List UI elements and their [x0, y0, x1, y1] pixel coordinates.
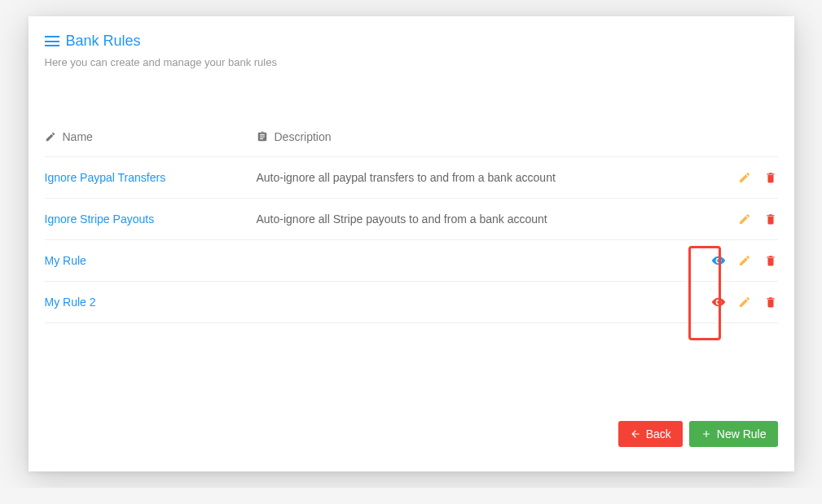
rule-name-link[interactable]: Ignore Paypal Transfers [45, 171, 257, 184]
rules-table: Name Description Ignore Paypal Transfers… [45, 117, 778, 323]
edit-icon[interactable] [737, 212, 752, 226]
bank-rules-card: Bank Rules Here you can create and manag… [29, 16, 794, 471]
page-header: Bank Rules [45, 33, 778, 50]
rule-description: Auto-ignore all paypal transfers to and … [257, 171, 680, 184]
edit-icon[interactable] [737, 295, 752, 309]
new-rule-button[interactable]: New Rule [689, 421, 778, 447]
rule-name-link[interactable]: My Rule [45, 254, 257, 267]
delete-icon[interactable] [763, 253, 778, 268]
column-description: Description [257, 130, 680, 143]
clipboard-icon [257, 131, 268, 142]
row-actions [680, 295, 778, 309]
row-actions [680, 212, 778, 226]
eye-icon[interactable] [711, 253, 726, 268]
rule-description: Auto-ignore all Stripe payouts to and fr… [257, 213, 680, 226]
table-header: Name Description [45, 117, 778, 157]
edit-icon[interactable] [737, 253, 752, 268]
back-button[interactable]: Back [618, 421, 683, 447]
pencil-icon [45, 131, 56, 142]
delete-icon[interactable] [763, 212, 778, 226]
delete-icon[interactable] [763, 170, 778, 185]
delete-icon[interactable] [763, 295, 778, 309]
column-name-label: Name [63, 130, 93, 143]
row-actions [680, 170, 778, 185]
column-name: Name [45, 130, 257, 143]
page-title: Bank Rules [66, 33, 141, 50]
edit-icon[interactable] [737, 170, 752, 185]
rule-name-link[interactable]: My Rule 2 [45, 296, 257, 309]
new-rule-button-label: New Rule [717, 427, 767, 440]
rule-name-link[interactable]: Ignore Stripe Payouts [45, 213, 257, 226]
column-description-label: Description [275, 130, 332, 143]
back-button-label: Back [646, 427, 671, 440]
table-row: My Rule 2 [45, 282, 778, 323]
eye-icon[interactable] [711, 295, 726, 309]
page-subtitle: Here you can create and manage your bank… [45, 56, 778, 68]
hamburger-icon[interactable] [45, 36, 59, 46]
footer-actions: Back New Rule [45, 421, 778, 447]
row-actions [680, 253, 778, 268]
table-row: Ignore Stripe PayoutsAuto-ignore all Str… [45, 199, 778, 240]
table-row: Ignore Paypal TransfersAuto-ignore all p… [45, 157, 778, 199]
table-row: My Rule [45, 240, 778, 282]
